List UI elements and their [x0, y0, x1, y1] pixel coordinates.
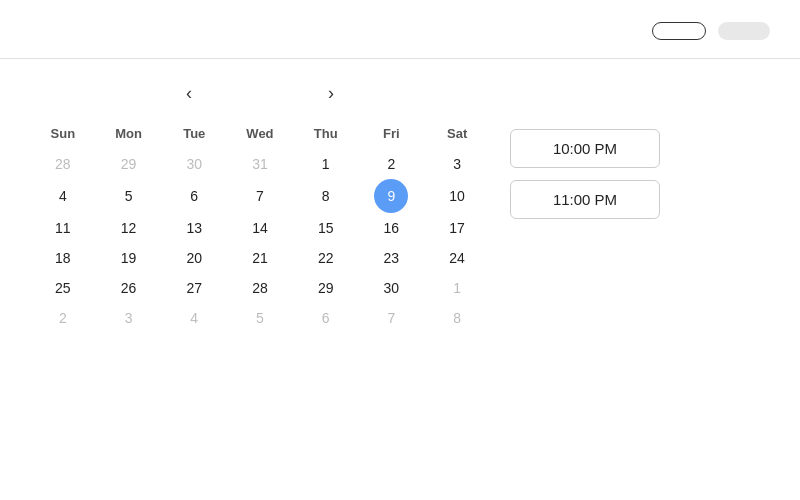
calendar-day[interactable]: 28: [30, 149, 96, 179]
calendar-day[interactable]: 14: [227, 213, 293, 243]
weekday-header-thu: Thu: [293, 122, 359, 149]
calendar-day[interactable]: 23: [359, 243, 425, 273]
calendar-day[interactable]: 29: [293, 273, 359, 303]
weekday-header-fri: Fri: [359, 122, 425, 149]
time-slot-button[interactable]: 10:00 PM: [510, 129, 660, 168]
calendar-day[interactable]: 22: [293, 243, 359, 273]
calendar-day[interactable]: 30: [161, 149, 227, 179]
calendar-day[interactable]: 6: [161, 179, 227, 213]
calendar-day[interactable]: 4: [161, 303, 227, 333]
calendar-day[interactable]: 1: [293, 149, 359, 179]
calendar-day[interactable]: 19: [96, 243, 162, 273]
cancel-button[interactable]: [652, 22, 706, 40]
calendar-row: 2345678: [30, 303, 490, 333]
calendar-nav: ‹ ›: [30, 79, 490, 108]
calendar-day[interactable]: 13: [161, 213, 227, 243]
calendar-day[interactable]: 20: [161, 243, 227, 273]
calendar-day[interactable]: 3: [96, 303, 162, 333]
calendar-day[interactable]: 4: [30, 179, 96, 213]
time-slots-panel: 10:00 PM11:00 PM: [490, 79, 660, 480]
calendar-day[interactable]: 16: [359, 213, 425, 243]
header: [0, 0, 800, 58]
calendar-day[interactable]: 31: [227, 149, 293, 179]
calendar-day[interactable]: 5: [96, 179, 162, 213]
calendar-day[interactable]: 28: [227, 273, 293, 303]
weekday-header-mon: Mon: [96, 122, 162, 149]
calendar-day[interactable]: 10: [424, 179, 490, 213]
calendar-day[interactable]: 12: [96, 213, 162, 243]
calendar-grid: SunMonTueWedThuFriSat 282930311234567891…: [30, 122, 490, 333]
calendar-day[interactable]: 5: [227, 303, 293, 333]
calendar-day[interactable]: 8: [293, 179, 359, 213]
calendar-day[interactable]: 9: [359, 179, 425, 213]
calendar-day[interactable]: 7: [227, 179, 293, 213]
weekday-header-sat: Sat: [424, 122, 490, 149]
calendar-day[interactable]: 2: [30, 303, 96, 333]
calendar-row: 28293031123: [30, 149, 490, 179]
calendar-row: 11121314151617: [30, 213, 490, 243]
confirm-button: [718, 22, 770, 40]
calendar-day[interactable]: 24: [424, 243, 490, 273]
calendar-day[interactable]: 8: [424, 303, 490, 333]
calendar-day[interactable]: 27: [161, 273, 227, 303]
calendar-day[interactable]: 18: [30, 243, 96, 273]
calendar-day[interactable]: 6: [293, 303, 359, 333]
prev-month-button[interactable]: ‹: [178, 79, 200, 108]
calendar-row: 2526272829301: [30, 273, 490, 303]
calendar-day[interactable]: 26: [96, 273, 162, 303]
calendar-row: 45678910: [30, 179, 490, 213]
calendar-day[interactable]: 7: [359, 303, 425, 333]
calendar-day[interactable]: 25: [30, 273, 96, 303]
selected-day-circle: 9: [374, 179, 408, 213]
main-content: ‹ › SunMonTueWedThuFriSat 28293031123456…: [0, 69, 800, 500]
header-actions: [652, 22, 770, 40]
weekday-header-tue: Tue: [161, 122, 227, 149]
calendar-day[interactable]: 1: [424, 273, 490, 303]
calendar-day[interactable]: 17: [424, 213, 490, 243]
calendar-day[interactable]: 21: [227, 243, 293, 273]
calendar-day[interactable]: 11: [30, 213, 96, 243]
calendar-day[interactable]: 2: [359, 149, 425, 179]
calendar-day[interactable]: 30: [359, 273, 425, 303]
calendar-day[interactable]: 29: [96, 149, 162, 179]
divider: [0, 58, 800, 59]
calendar-day[interactable]: 3: [424, 149, 490, 179]
next-month-button[interactable]: ›: [320, 79, 342, 108]
time-slot-button[interactable]: 11:00 PM: [510, 180, 660, 219]
calendar: ‹ › SunMonTueWedThuFriSat 28293031123456…: [30, 79, 490, 480]
weekday-header-wed: Wed: [227, 122, 293, 149]
calendar-day[interactable]: 15: [293, 213, 359, 243]
calendar-row: 18192021222324: [30, 243, 490, 273]
weekday-header-sun: Sun: [30, 122, 96, 149]
